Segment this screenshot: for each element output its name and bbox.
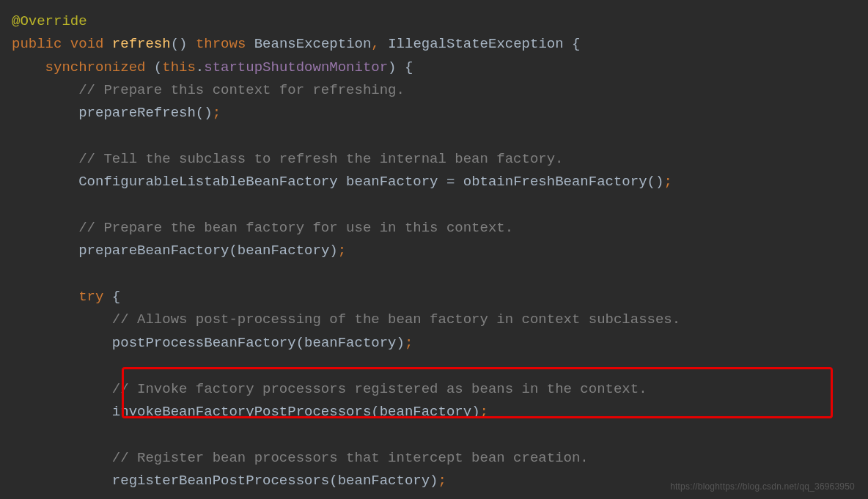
indent [12, 243, 78, 259]
indent [12, 174, 78, 190]
indent [12, 105, 78, 121]
code-line-4: // Prepare this context for refreshing. [12, 79, 856, 102]
equals: = [446, 174, 455, 190]
field-ref: startupShutdownMonitor [204, 59, 388, 75]
argument: beanFactory [338, 473, 430, 489]
method-call: obtainFreshBeanFactory [463, 174, 647, 190]
method-call: invokeBeanFactoryPostProcessors [112, 404, 371, 420]
code-line-20: // Register bean processors that interce… [12, 447, 856, 470]
code-line-blank [12, 263, 856, 286]
indent [12, 220, 78, 236]
code-line-blank [12, 355, 856, 377]
method-call: prepareRefresh [78, 105, 196, 121]
semicolon: ; [438, 473, 446, 489]
indent [12, 335, 112, 351]
code-line-3: synchronized (this.startupShutdownMonito… [12, 56, 856, 79]
code-line-8: ConfigurableListableBeanFactory beanFact… [12, 171, 856, 193]
keyword-synchronized: synchronized [45, 59, 146, 75]
brace: { [112, 289, 120, 305]
code-block: @Override public void refresh() throws B… [12, 10, 856, 492]
dot: . [196, 59, 204, 75]
annotation: @Override [12, 13, 87, 29]
indent [12, 289, 78, 305]
semicolon: ; [663, 174, 672, 190]
semicolon: ; [338, 243, 346, 259]
semicolon: ; [405, 335, 413, 351]
comment: // Prepare this context for refreshing. [78, 82, 405, 98]
code-line-18: invokeBeanFactoryPostProcessors(beanFact… [12, 401, 856, 424]
rparen: ) [397, 335, 405, 351]
comment: // Tell the subclass to refresh the inte… [78, 151, 563, 167]
semicolon: ; [480, 404, 488, 420]
code-line-14: // Allows post-processing of the bean fa… [12, 308, 856, 331]
parens: () [171, 36, 188, 52]
indent [12, 473, 112, 489]
keyword-try: try [78, 289, 103, 305]
code-line-5: prepareRefresh(); [12, 102, 856, 125]
comma: , [371, 36, 379, 52]
lparen: ( [154, 59, 162, 75]
lparen: ( [296, 335, 304, 351]
argument: beanFactory [380, 404, 471, 420]
indent [12, 404, 112, 420]
rparen: ) [471, 404, 479, 420]
comment: // Register bean processors that interce… [112, 450, 589, 466]
brace: { [405, 59, 413, 75]
comment: // Invoke factory processors registered … [112, 381, 647, 397]
comment: // Allows post-processing of the bean fa… [112, 311, 680, 328]
code-line-7: // Tell the subclass to refresh the inte… [12, 148, 856, 171]
keyword-this: this [162, 59, 196, 75]
watermark-text: https://bloghttps://blog.csdn.net/qq_369… [670, 480, 855, 495]
lparen: ( [371, 404, 379, 420]
indent [12, 82, 78, 98]
rparen: ) [329, 243, 337, 259]
comment: // Prepare the bean factory for use in t… [78, 220, 513, 236]
keyword-throws: throws [196, 36, 246, 52]
keyword-void: void [70, 36, 104, 52]
rparen: ) [388, 59, 396, 75]
method-call: prepareBeanFactory [78, 243, 229, 259]
method-call: registerBeanPostProcessors [112, 473, 329, 489]
parens: () [196, 105, 213, 121]
argument: beanFactory [304, 335, 396, 351]
method-name: refresh [112, 36, 171, 52]
code-line-11: prepareBeanFactory(beanFactory); [12, 240, 856, 262]
variable: beanFactory [346, 174, 438, 190]
argument: beanFactory [238, 243, 329, 259]
brace: { [572, 36, 580, 52]
code-line-15: postProcessBeanFactory(beanFactory); [12, 332, 856, 355]
code-line-1: @Override [12, 10, 856, 33]
type-name: ConfigurableListableBeanFactory [78, 174, 337, 190]
semicolon: ; [213, 105, 221, 121]
indent [12, 151, 78, 167]
indent [12, 450, 112, 466]
indent [12, 59, 45, 75]
code-line-blank [12, 424, 856, 446]
code-line-blank [12, 194, 856, 217]
code-line-2: public void refresh() throws BeansExcept… [12, 33, 856, 56]
indent [12, 311, 112, 328]
method-call: postProcessBeanFactory [112, 335, 296, 351]
code-line-13: try { [12, 286, 856, 308]
code-line-blank [12, 125, 856, 148]
rparen: ) [430, 473, 438, 489]
lparen: ( [229, 243, 237, 259]
lparen: ( [329, 473, 337, 489]
exception-type: IllegalStateException [388, 36, 563, 52]
code-line-10: // Prepare the bean factory for use in t… [12, 217, 856, 240]
code-line-17: // Invoke factory processors registered … [12, 378, 856, 401]
exception-type: BeansException [254, 36, 372, 52]
keyword-public: public [12, 36, 62, 52]
parens: () [647, 174, 664, 190]
indent [12, 381, 112, 397]
